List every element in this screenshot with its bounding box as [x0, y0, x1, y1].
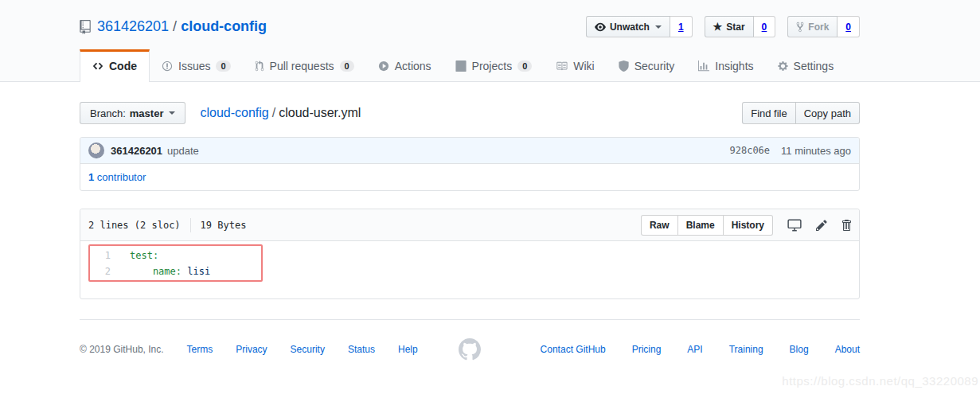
repo-owner-link[interactable]: 361426201: [97, 18, 169, 35]
footer-link-blog[interactable]: Blog: [790, 344, 809, 355]
page-header: 361426201 / cloud-config Unwatch 1 ★ Sta…: [0, 0, 980, 82]
stars-count[interactable]: 0: [754, 16, 776, 37]
star-icon: ★: [713, 21, 723, 32]
commit-author-link[interactable]: 361426201: [111, 145, 162, 157]
delete-file-button[interactable]: [841, 219, 851, 232]
watchers-count[interactable]: 1: [670, 16, 693, 37]
page-footer: © 2019 GitHub, Inc. Terms Privacy Securi…: [80, 319, 860, 355]
repo-title: 361426201 / cloud-config: [80, 18, 267, 35]
tab-insights[interactable]: Insights: [686, 49, 765, 81]
footer-link-contact[interactable]: Contact GitHub: [541, 344, 606, 355]
footer-link-security[interactable]: Security: [291, 344, 325, 355]
tab-wiki[interactable]: Wiki: [544, 49, 606, 81]
commit-message-link[interactable]: update: [167, 145, 199, 157]
avatar[interactable]: [88, 142, 104, 158]
footer-right-links: Contact GitHub Pricing API Training Blog…: [541, 344, 860, 355]
fork-group: Fork 0: [787, 16, 860, 37]
projects-counter: 0: [517, 60, 532, 72]
issues-counter: 0: [216, 60, 230, 72]
bar-graph-icon: [698, 60, 709, 72]
monitor-icon: [787, 219, 802, 232]
footer-link-terms[interactable]: Terms: [187, 344, 213, 355]
tab-pull-requests-label: Pull requests: [270, 60, 334, 72]
file-lines-info: 2 lines (2 sloc): [88, 220, 181, 231]
footer-link-pricing[interactable]: Pricing: [632, 344, 662, 355]
code-line: 1 test:: [80, 248, 859, 263]
footer-link-api[interactable]: API: [687, 344, 702, 355]
tab-actions[interactable]: Actions: [366, 49, 443, 81]
watch-group: Unwatch 1: [586, 16, 693, 37]
yaml-value: lisi: [182, 266, 210, 277]
tab-pull-requests[interactable]: Pull requests 0: [243, 49, 366, 81]
breadcrumb-separator: /: [272, 106, 275, 119]
file-navigation: Branch: master cloud-config/cloud-user.y…: [80, 102, 860, 124]
fork-label: Fork: [808, 21, 829, 33]
tab-security[interactable]: Security: [607, 49, 687, 81]
footer-link-privacy[interactable]: Privacy: [236, 344, 267, 355]
branch-prefix: Branch:: [90, 107, 126, 119]
star-group: ★ Star 0: [705, 16, 776, 37]
caret-down-icon: [169, 111, 175, 115]
book-icon: [556, 60, 568, 72]
footer-link-status[interactable]: Status: [348, 344, 375, 355]
line-number[interactable]: 1: [80, 248, 120, 263]
branch-name: master: [130, 107, 164, 119]
git-pull-request-icon: [255, 60, 264, 72]
breadcrumb-repo-link[interactable]: cloud-config: [200, 106, 268, 119]
commit-sha-link[interactable]: 928c06e: [729, 145, 770, 156]
footer-left-links: © 2019 GitHub, Inc. Terms Privacy Securi…: [80, 344, 418, 355]
pencil-icon: [816, 219, 827, 232]
breadcrumb-file-name: cloud-user.yml: [279, 106, 361, 119]
tab-settings-label: Settings: [794, 60, 834, 72]
github-logo-icon[interactable]: [459, 338, 481, 361]
commit-tease: 361426201 update 928c06e 11 minutes ago: [80, 138, 859, 164]
star-button[interactable]: ★ Star: [705, 16, 754, 37]
contributors-link[interactable]: 1 contributor: [88, 171, 146, 183]
line-number[interactable]: 2: [80, 263, 120, 279]
tab-settings[interactable]: Settings: [766, 49, 846, 81]
repo-nav-tabs: Code Issues 0 Pull requests 0 Actions: [80, 49, 980, 81]
find-file-button[interactable]: Find file: [742, 102, 796, 124]
repo-name-link[interactable]: cloud-config: [181, 18, 267, 35]
code-line: 2 name: lisi: [80, 263, 859, 279]
unwatch-button[interactable]: Unwatch: [586, 16, 670, 37]
footer-link-training[interactable]: Training: [729, 344, 763, 355]
file-nav-buttons: Find file Copy path: [742, 102, 860, 124]
contributors-row: 1 contributor: [80, 164, 859, 190]
file-viewer: 2 lines (2 sloc) 19 Bytes Raw Blame Hist…: [80, 209, 860, 299]
tab-insights-label: Insights: [715, 60, 753, 72]
pull-requests-counter: 0: [340, 60, 354, 72]
forks-count[interactable]: 0: [837, 16, 860, 37]
branch-select-button[interactable]: Branch: master: [80, 102, 185, 124]
tab-code[interactable]: Code: [80, 49, 150, 82]
code-icon: [92, 60, 103, 72]
star-label: Star: [726, 21, 744, 33]
contributors-label: contributor: [97, 171, 146, 183]
gear-icon: [778, 60, 788, 72]
fork-button[interactable]: Fork: [787, 16, 837, 37]
open-in-desktop-button[interactable]: [787, 219, 802, 232]
copy-path-button[interactable]: Copy path: [796, 102, 860, 124]
tab-issues-label: Issues: [178, 60, 210, 72]
caret-down-icon: [655, 25, 662, 29]
repo-social-actions: Unwatch 1 ★ Star 0 Fork 0: [586, 16, 860, 37]
latest-commit-box: 361426201 update 928c06e 11 minutes ago …: [80, 137, 860, 191]
contributors-count: 1: [88, 171, 94, 183]
edit-file-button[interactable]: [816, 219, 827, 232]
footer-link-about[interactable]: About: [835, 344, 860, 355]
project-board-icon: [455, 60, 467, 72]
tab-code-label: Code: [109, 60, 137, 72]
csdn-watermark: https://blog.csdn.net/qq_33220089: [782, 374, 978, 388]
tab-actions-label: Actions: [395, 60, 431, 72]
unwatch-label: Unwatch: [610, 21, 650, 33]
file-actions: Raw Blame History: [641, 215, 851, 236]
history-button[interactable]: History: [724, 215, 773, 236]
tab-issues[interactable]: Issues 0: [150, 49, 243, 81]
divider: [190, 218, 191, 232]
yaml-key: test:: [130, 250, 158, 261]
raw-button[interactable]: Raw: [641, 215, 678, 236]
yaml-key: name:: [130, 266, 182, 277]
footer-link-help[interactable]: Help: [398, 344, 418, 355]
tab-projects[interactable]: Projects 0: [443, 49, 545, 81]
blame-button[interactable]: Blame: [678, 215, 724, 236]
